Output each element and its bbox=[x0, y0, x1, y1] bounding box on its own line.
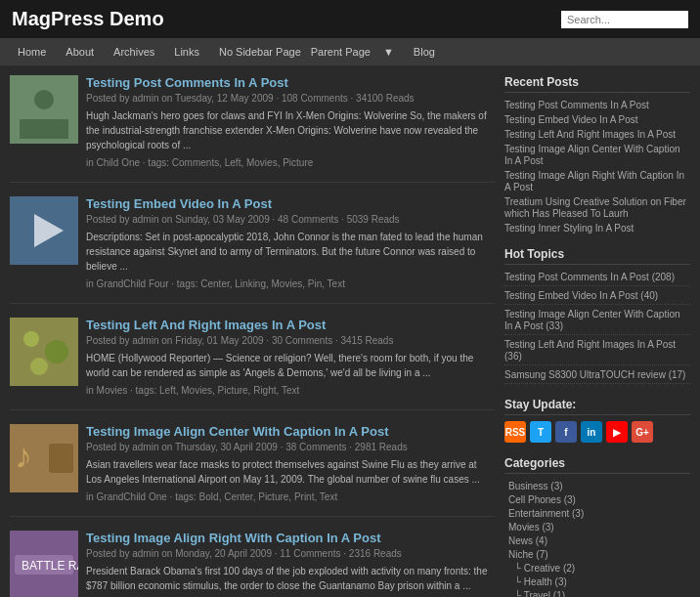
list-item: Treatium Using Creative Solution on Fibe… bbox=[504, 195, 690, 219]
post-item: Testing Embed Video In A Post Posted by … bbox=[10, 196, 495, 304]
hot-topic-link[interactable]: Testing Post Comments In A Post (208) bbox=[504, 272, 675, 282]
list-item: News (4) bbox=[504, 534, 690, 546]
recent-post-link[interactable]: Testing Inner Styling In A Post bbox=[504, 223, 634, 234]
nav-blog[interactable]: Blog bbox=[404, 38, 445, 65]
hot-topics-list: Testing Post Comments In A Post (208) Te… bbox=[504, 271, 690, 384]
nav-home[interactable]: Home bbox=[8, 38, 56, 65]
recent-post-link[interactable]: Testing Left And Right Images In A Post bbox=[504, 129, 676, 140]
recent-posts-list: Testing Post Comments In A Post Testing … bbox=[504, 99, 690, 234]
site-title: MagPress Demo bbox=[12, 8, 164, 30]
post-thumbnail: BATTLE RAPS bbox=[10, 531, 78, 597]
list-item: Testing Image Align Center With Caption … bbox=[504, 143, 690, 166]
post-excerpt: Descriptions: Set in post-apocalyptic 20… bbox=[86, 230, 495, 274]
post-thumbnail bbox=[10, 75, 78, 144]
post-item: ♪ Testing Image Align Center With Captio… bbox=[10, 424, 495, 517]
list-item: Testing Image Align Right With Caption I… bbox=[504, 169, 690, 192]
nav-no-sidebar[interactable]: No Sidebar Page bbox=[209, 38, 311, 65]
recent-post-link[interactable]: Testing Embed Video In A Post bbox=[504, 114, 638, 125]
category-link[interactable]: └ Creative (2) bbox=[514, 563, 575, 574]
list-item: Niche (7) bbox=[504, 548, 690, 560]
hot-topics-section: Hot Topics Testing Post Comments In A Po… bbox=[504, 247, 690, 384]
recent-post-link[interactable]: Testing Image Align Center With Caption … bbox=[504, 144, 680, 166]
svg-point-7 bbox=[45, 340, 68, 363]
facebook-icon[interactable]: f bbox=[555, 421, 577, 443]
category-link[interactable]: Entertainment (3) bbox=[508, 508, 584, 519]
post-excerpt: Asian travellers wear face masks to prot… bbox=[86, 457, 495, 487]
hot-topic-link[interactable]: Testing Image Align Center With Caption … bbox=[504, 309, 680, 331]
post-thumbnail: ♪ bbox=[10, 424, 78, 492]
recent-post-link[interactable]: Treatium Using Creative Solution on Fibe… bbox=[504, 196, 686, 219]
post-body: Testing Image Align Center With Caption … bbox=[86, 424, 495, 502]
post-tags: in Movies · tags: Left, Movies, Picture,… bbox=[86, 385, 495, 396]
category-link[interactable]: Business (3) bbox=[508, 481, 563, 491]
nav-bar: Home About Archives Links No Sidebar Pag… bbox=[0, 38, 700, 65]
post-thumbnail bbox=[10, 318, 78, 386]
svg-rect-2 bbox=[20, 119, 68, 139]
post-title[interactable]: Testing Left And Right Images In A Post bbox=[86, 318, 495, 332]
category-link[interactable]: News (4) bbox=[508, 535, 547, 546]
linkedin-icon[interactable]: in bbox=[581, 421, 602, 443]
post-title[interactable]: Testing Image Align Center With Caption … bbox=[86, 424, 495, 439]
category-link[interactable]: Movies (3) bbox=[508, 522, 554, 533]
post-title[interactable]: Testing Image Align Right With Caption I… bbox=[86, 531, 495, 545]
post-body: Testing Left And Right Images In A Post … bbox=[86, 318, 495, 396]
category-link[interactable]: └ Health (3) bbox=[514, 576, 567, 587]
youtube-icon[interactable]: ▶ bbox=[606, 421, 628, 443]
hot-topic-link[interactable]: Testing Embed Video In A Post (40) bbox=[504, 290, 658, 301]
svg-text:BATTLE RAPS: BATTLE RAPS bbox=[22, 559, 78, 573]
hot-topic-link[interactable]: Testing Left And Right Images In A Post … bbox=[504, 339, 676, 362]
recent-post-link[interactable]: Testing Post Comments In A Post bbox=[504, 100, 649, 110]
post-meta: Posted by admin on Monday, 20 April 2009… bbox=[86, 548, 495, 559]
post-body: Testing Image Align Right With Caption I… bbox=[86, 531, 495, 597]
post-meta: Posted by admin on Sunday, 03 May 2009 ·… bbox=[86, 214, 495, 225]
post-excerpt: HOME (Hollywood Reporter) — Science or r… bbox=[86, 351, 495, 380]
sidebar: Recent Posts Testing Post Comments In A … bbox=[504, 75, 690, 597]
list-item: Testing Left And Right Images In A Post … bbox=[504, 338, 690, 365]
stay-update-title: Stay Update: bbox=[504, 398, 690, 415]
gplus-icon[interactable]: G+ bbox=[632, 421, 653, 443]
nav-links[interactable]: Links bbox=[164, 38, 209, 65]
stay-update-section: Stay Update: RSS T f in ▶ G+ bbox=[504, 398, 690, 443]
svg-rect-11 bbox=[49, 444, 73, 473]
list-item: Testing Post Comments In A Post (208) bbox=[504, 271, 690, 286]
hot-topics-title: Hot Topics bbox=[504, 247, 690, 265]
list-item: └ Creative (2) bbox=[504, 562, 690, 574]
rss-icon[interactable]: RSS bbox=[504, 421, 526, 443]
nav-dropdown-arrow: ▼ bbox=[373, 38, 404, 65]
category-link[interactable]: Niche (7) bbox=[508, 549, 548, 560]
post-tags: in GrandChild Four · tags: Center, Linki… bbox=[86, 278, 495, 289]
header: MagPress Demo bbox=[0, 0, 700, 38]
recent-post-link[interactable]: Testing Image Align Right With Caption I… bbox=[504, 170, 684, 192]
twitter-icon[interactable]: T bbox=[530, 421, 551, 443]
search-input[interactable] bbox=[561, 11, 688, 28]
recent-posts-section: Recent Posts Testing Post Comments In A … bbox=[504, 75, 690, 234]
category-link[interactable]: Cell Phones (3) bbox=[508, 494, 576, 505]
content-area: Testing Post Comments In A Post Posted b… bbox=[10, 75, 495, 597]
list-item: Movies (3) bbox=[504, 521, 690, 533]
list-item: Testing Left And Right Images In A Post bbox=[504, 128, 690, 140]
nav-about[interactable]: About bbox=[56, 38, 104, 65]
list-item: Testing Inner Styling In A Post bbox=[504, 222, 690, 234]
nav-archives[interactable]: Archives bbox=[104, 38, 164, 65]
svg-text:♪: ♪ bbox=[15, 436, 32, 476]
post-meta: Posted by admin on Thursday, 30 April 20… bbox=[86, 442, 495, 452]
recent-posts-title: Recent Posts bbox=[504, 75, 690, 93]
categories-title: Categories bbox=[504, 456, 690, 474]
svg-point-8 bbox=[30, 358, 48, 375]
list-item: Testing Image Align Center With Caption … bbox=[504, 308, 690, 335]
post-title[interactable]: Testing Post Comments In A Post bbox=[86, 75, 495, 90]
list-item: └ Health (3) bbox=[504, 576, 690, 587]
post-excerpt: President Barack Obama's first 100 days … bbox=[86, 564, 495, 593]
post-meta: Posted by admin on Friday, 01 May 2009 ·… bbox=[86, 335, 495, 346]
social-icons-container: RSS T f in ▶ G+ bbox=[504, 421, 690, 443]
svg-point-6 bbox=[23, 331, 39, 347]
list-item: Business (3) bbox=[504, 480, 690, 491]
nav-parent-page[interactable]: Parent Page ▼ bbox=[311, 38, 404, 65]
category-link[interactable]: └ Travel (1) bbox=[514, 590, 565, 597]
list-item: Samsung S8300 UltraTOUCH review (17) bbox=[504, 368, 690, 384]
list-item: Entertainment (3) bbox=[504, 507, 690, 519]
post-title[interactable]: Testing Embed Video In A Post bbox=[86, 196, 495, 211]
post-body: Testing Post Comments In A Post Posted b… bbox=[86, 75, 495, 168]
post-thumbnail bbox=[10, 196, 78, 265]
hot-topic-link[interactable]: Samsung S8300 UltraTOUCH review (17) bbox=[504, 369, 685, 380]
